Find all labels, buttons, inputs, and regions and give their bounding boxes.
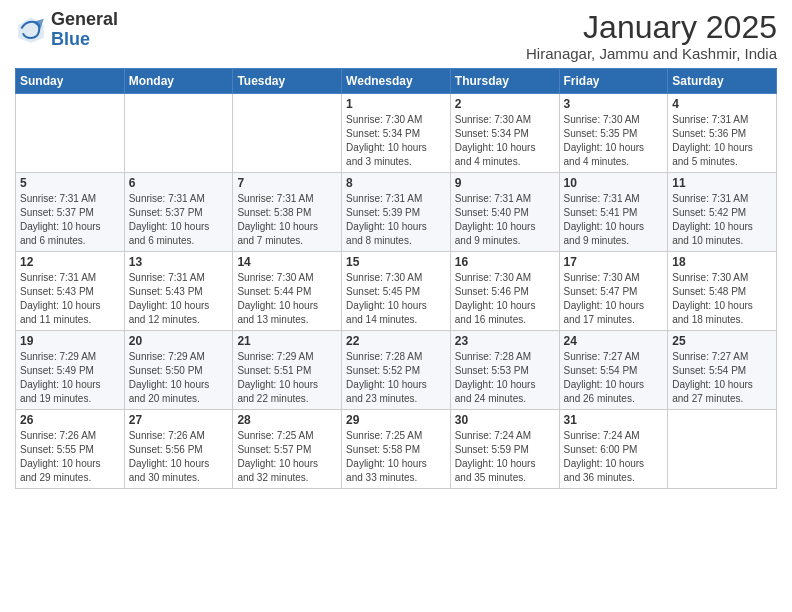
calendar-cell: 21Sunrise: 7:29 AMSunset: 5:51 PMDayligh… [233, 331, 342, 410]
day-info: Sunrise: 7:30 AMSunset: 5:34 PMDaylight:… [346, 113, 446, 169]
day-number: 26 [20, 413, 120, 427]
day-number: 12 [20, 255, 120, 269]
header: General Blue January 2025 Hiranagar, Jam… [15, 10, 777, 62]
weekday-header-saturday: Saturday [668, 69, 777, 94]
day-info: Sunrise: 7:26 AMSunset: 5:55 PMDaylight:… [20, 429, 120, 485]
calendar-cell: 27Sunrise: 7:26 AMSunset: 5:56 PMDayligh… [124, 410, 233, 489]
calendar-week-row: 1Sunrise: 7:30 AMSunset: 5:34 PMDaylight… [16, 94, 777, 173]
day-number: 23 [455, 334, 555, 348]
calendar-cell: 4Sunrise: 7:31 AMSunset: 5:36 PMDaylight… [668, 94, 777, 173]
day-info: Sunrise: 7:31 AMSunset: 5:37 PMDaylight:… [20, 192, 120, 248]
day-info: Sunrise: 7:30 AMSunset: 5:45 PMDaylight:… [346, 271, 446, 327]
day-number: 5 [20, 176, 120, 190]
day-number: 20 [129, 334, 229, 348]
day-info: Sunrise: 7:31 AMSunset: 5:43 PMDaylight:… [20, 271, 120, 327]
day-number: 6 [129, 176, 229, 190]
calendar-cell: 24Sunrise: 7:27 AMSunset: 5:54 PMDayligh… [559, 331, 668, 410]
calendar-cell: 29Sunrise: 7:25 AMSunset: 5:58 PMDayligh… [342, 410, 451, 489]
calendar-cell [124, 94, 233, 173]
day-info: Sunrise: 7:29 AMSunset: 5:50 PMDaylight:… [129, 350, 229, 406]
calendar-cell: 11Sunrise: 7:31 AMSunset: 5:42 PMDayligh… [668, 173, 777, 252]
day-number: 11 [672, 176, 772, 190]
calendar-cell: 18Sunrise: 7:30 AMSunset: 5:48 PMDayligh… [668, 252, 777, 331]
weekday-header-wednesday: Wednesday [342, 69, 451, 94]
day-info: Sunrise: 7:28 AMSunset: 5:52 PMDaylight:… [346, 350, 446, 406]
day-info: Sunrise: 7:31 AMSunset: 5:41 PMDaylight:… [564, 192, 664, 248]
calendar-cell: 2Sunrise: 7:30 AMSunset: 5:34 PMDaylight… [450, 94, 559, 173]
day-info: Sunrise: 7:30 AMSunset: 5:35 PMDaylight:… [564, 113, 664, 169]
day-info: Sunrise: 7:30 AMSunset: 5:44 PMDaylight:… [237, 271, 337, 327]
day-number: 28 [237, 413, 337, 427]
calendar-cell: 30Sunrise: 7:24 AMSunset: 5:59 PMDayligh… [450, 410, 559, 489]
day-info: Sunrise: 7:29 AMSunset: 5:51 PMDaylight:… [237, 350, 337, 406]
calendar-cell: 8Sunrise: 7:31 AMSunset: 5:39 PMDaylight… [342, 173, 451, 252]
day-info: Sunrise: 7:26 AMSunset: 5:56 PMDaylight:… [129, 429, 229, 485]
calendar-cell: 23Sunrise: 7:28 AMSunset: 5:53 PMDayligh… [450, 331, 559, 410]
calendar-cell: 9Sunrise: 7:31 AMSunset: 5:40 PMDaylight… [450, 173, 559, 252]
calendar-cell: 13Sunrise: 7:31 AMSunset: 5:43 PMDayligh… [124, 252, 233, 331]
day-info: Sunrise: 7:31 AMSunset: 5:42 PMDaylight:… [672, 192, 772, 248]
day-info: Sunrise: 7:30 AMSunset: 5:34 PMDaylight:… [455, 113, 555, 169]
day-number: 1 [346, 97, 446, 111]
day-info: Sunrise: 7:27 AMSunset: 5:54 PMDaylight:… [672, 350, 772, 406]
day-number: 16 [455, 255, 555, 269]
calendar-week-row: 19Sunrise: 7:29 AMSunset: 5:49 PMDayligh… [16, 331, 777, 410]
calendar-cell: 16Sunrise: 7:30 AMSunset: 5:46 PMDayligh… [450, 252, 559, 331]
day-info: Sunrise: 7:31 AMSunset: 5:36 PMDaylight:… [672, 113, 772, 169]
day-number: 7 [237, 176, 337, 190]
calendar-cell: 10Sunrise: 7:31 AMSunset: 5:41 PMDayligh… [559, 173, 668, 252]
calendar-cell: 25Sunrise: 7:27 AMSunset: 5:54 PMDayligh… [668, 331, 777, 410]
page: General Blue January 2025 Hiranagar, Jam… [0, 0, 792, 612]
month-year-title: January 2025 [526, 10, 777, 45]
calendar-cell: 7Sunrise: 7:31 AMSunset: 5:38 PMDaylight… [233, 173, 342, 252]
calendar-cell [668, 410, 777, 489]
day-number: 3 [564, 97, 664, 111]
calendar-cell: 20Sunrise: 7:29 AMSunset: 5:50 PMDayligh… [124, 331, 233, 410]
day-number: 2 [455, 97, 555, 111]
day-number: 9 [455, 176, 555, 190]
day-info: Sunrise: 7:31 AMSunset: 5:43 PMDaylight:… [129, 271, 229, 327]
day-info: Sunrise: 7:28 AMSunset: 5:53 PMDaylight:… [455, 350, 555, 406]
day-number: 24 [564, 334, 664, 348]
calendar-cell: 19Sunrise: 7:29 AMSunset: 5:49 PMDayligh… [16, 331, 125, 410]
calendar-week-row: 26Sunrise: 7:26 AMSunset: 5:55 PMDayligh… [16, 410, 777, 489]
calendar-cell: 26Sunrise: 7:26 AMSunset: 5:55 PMDayligh… [16, 410, 125, 489]
logo-text: General Blue [51, 10, 118, 50]
day-info: Sunrise: 7:31 AMSunset: 5:39 PMDaylight:… [346, 192, 446, 248]
day-info: Sunrise: 7:31 AMSunset: 5:38 PMDaylight:… [237, 192, 337, 248]
day-number: 22 [346, 334, 446, 348]
calendar-cell: 22Sunrise: 7:28 AMSunset: 5:52 PMDayligh… [342, 331, 451, 410]
day-number: 8 [346, 176, 446, 190]
location-subtitle: Hiranagar, Jammu and Kashmir, India [526, 45, 777, 62]
weekday-header-row: SundayMondayTuesdayWednesdayThursdayFrid… [16, 69, 777, 94]
calendar-cell [233, 94, 342, 173]
day-number: 29 [346, 413, 446, 427]
day-info: Sunrise: 7:24 AMSunset: 5:59 PMDaylight:… [455, 429, 555, 485]
calendar-cell: 17Sunrise: 7:30 AMSunset: 5:47 PMDayligh… [559, 252, 668, 331]
logo-blue-text: Blue [51, 30, 118, 50]
weekday-header-sunday: Sunday [16, 69, 125, 94]
calendar-week-row: 12Sunrise: 7:31 AMSunset: 5:43 PMDayligh… [16, 252, 777, 331]
weekday-header-tuesday: Tuesday [233, 69, 342, 94]
calendar-cell: 15Sunrise: 7:30 AMSunset: 5:45 PMDayligh… [342, 252, 451, 331]
calendar-cell: 12Sunrise: 7:31 AMSunset: 5:43 PMDayligh… [16, 252, 125, 331]
day-info: Sunrise: 7:25 AMSunset: 5:57 PMDaylight:… [237, 429, 337, 485]
day-number: 21 [237, 334, 337, 348]
calendar-cell: 1Sunrise: 7:30 AMSunset: 5:34 PMDaylight… [342, 94, 451, 173]
weekday-header-friday: Friday [559, 69, 668, 94]
day-info: Sunrise: 7:24 AMSunset: 6:00 PMDaylight:… [564, 429, 664, 485]
day-number: 4 [672, 97, 772, 111]
day-info: Sunrise: 7:31 AMSunset: 5:40 PMDaylight:… [455, 192, 555, 248]
calendar-cell: 6Sunrise: 7:31 AMSunset: 5:37 PMDaylight… [124, 173, 233, 252]
calendar-cell: 5Sunrise: 7:31 AMSunset: 5:37 PMDaylight… [16, 173, 125, 252]
day-number: 13 [129, 255, 229, 269]
day-info: Sunrise: 7:29 AMSunset: 5:49 PMDaylight:… [20, 350, 120, 406]
day-number: 27 [129, 413, 229, 427]
day-info: Sunrise: 7:30 AMSunset: 5:48 PMDaylight:… [672, 271, 772, 327]
day-number: 10 [564, 176, 664, 190]
day-number: 19 [20, 334, 120, 348]
weekday-header-monday: Monday [124, 69, 233, 94]
logo: General Blue [15, 10, 118, 50]
calendar-cell: 3Sunrise: 7:30 AMSunset: 5:35 PMDaylight… [559, 94, 668, 173]
day-info: Sunrise: 7:30 AMSunset: 5:47 PMDaylight:… [564, 271, 664, 327]
